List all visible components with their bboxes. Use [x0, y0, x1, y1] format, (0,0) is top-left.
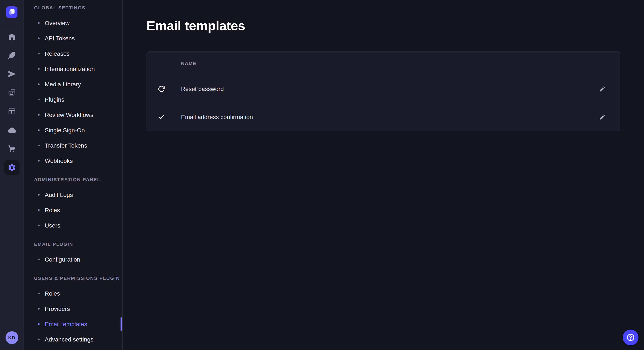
- strapi-admin-app: KD GLOBAL SETTINGSOverviewAPI TokensRele…: [0, 0, 644, 350]
- settings-nav-item-advanced-settings[interactable]: Advanced settings: [24, 332, 122, 347]
- settings-nav-item-users[interactable]: Users: [24, 218, 122, 233]
- bullet-icon: [38, 68, 40, 70]
- template-name: Email address confirmation: [181, 114, 585, 120]
- cloud-icon: [8, 126, 16, 134]
- bullet-icon: [38, 22, 40, 24]
- active-indicator: [120, 317, 122, 331]
- help-button[interactable]: [623, 330, 638, 345]
- nav-item-label: Audit Logs: [45, 191, 73, 198]
- nav-item-label: Review Workflows: [45, 111, 93, 118]
- bullet-icon: [38, 224, 40, 226]
- table-row-email-address-confirmation[interactable]: Email address confirmation: [147, 103, 620, 131]
- media-library-icon: [8, 88, 16, 97]
- media-library-nav-button[interactable]: [4, 85, 20, 100]
- settings-subnav-sections: GLOBAL SETTINGSOverviewAPI TokensRelease…: [24, 5, 122, 347]
- layout-icon: [8, 107, 16, 116]
- settings-nav-item-configuration[interactable]: Configuration: [24, 252, 122, 267]
- main-nav-rail: KD: [0, 0, 24, 350]
- check-icon: [158, 113, 165, 121]
- section-label: EMAIL PLUGIN: [34, 242, 112, 247]
- refresh-icon: [158, 85, 165, 93]
- settings-nav-item-internationalization[interactable]: Internationalization: [24, 61, 122, 77]
- bullet-icon: [38, 53, 40, 54]
- nav-item-label: Roles: [45, 290, 60, 297]
- section-label: ADMINISTRATION PANEL: [34, 177, 112, 182]
- home-nav-button[interactable]: [4, 29, 20, 44]
- pencil-icon: [599, 85, 606, 92]
- settings-subnav: GLOBAL SETTINGSOverviewAPI TokensRelease…: [24, 0, 123, 350]
- pencil-icon: [599, 114, 606, 120]
- bullet-icon: [38, 194, 40, 196]
- settings-nav-item-roles[interactable]: Roles: [24, 286, 122, 301]
- user-avatar[interactable]: KD: [5, 331, 18, 344]
- layout-nav-button[interactable]: [4, 104, 20, 119]
- nav-section-email-plugin: EMAIL PLUGINConfiguration: [24, 242, 122, 267]
- nav-item-label: Roles: [45, 207, 60, 213]
- bullet-icon: [38, 114, 40, 116]
- edit-button[interactable]: [596, 110, 609, 124]
- bullet-icon: [38, 259, 40, 260]
- strapi-logo-icon: [7, 8, 16, 16]
- nav-section-administration-panel: ADMINISTRATION PANELAudit LogsRolesUsers: [24, 177, 122, 233]
- settings-nav-item-providers[interactable]: Providers: [24, 301, 122, 316]
- cart-nav-button[interactable]: [4, 141, 20, 157]
- home-icon: [8, 32, 16, 41]
- email-templates-table: NAME Reset passwordEmail address confirm…: [146, 51, 620, 131]
- nav-item-label: Users: [45, 222, 60, 229]
- bullet-icon: [38, 339, 40, 340]
- bullet-icon: [38, 99, 40, 100]
- header-icon-spacer: [158, 59, 165, 67]
- bullet-icon: [38, 37, 40, 39]
- cloud-nav-button[interactable]: [4, 123, 20, 138]
- nav-section-global-settings: GLOBAL SETTINGSOverviewAPI TokensRelease…: [24, 5, 122, 169]
- nav-item-label: Providers: [45, 305, 70, 312]
- settings-nav-item-email-templates[interactable]: Email templates: [24, 316, 122, 332]
- settings-nav-item-audit-logs[interactable]: Audit Logs: [24, 187, 122, 202]
- feather-icon: [8, 51, 16, 59]
- template-name: Reset password: [181, 85, 585, 92]
- settings-nav-item-plugins[interactable]: Plugins: [24, 92, 122, 107]
- bullet-icon: [38, 129, 40, 131]
- bullet-icon: [38, 293, 40, 294]
- table-header-row: NAME: [147, 52, 620, 75]
- settings-nav-item-webhooks[interactable]: Webhooks: [24, 153, 122, 169]
- nav-item-label: Webhooks: [45, 157, 73, 164]
- nav-item-label: Single Sign-On: [45, 127, 85, 134]
- bullet-icon: [38, 160, 40, 162]
- column-header-name: NAME: [181, 61, 585, 66]
- settings-nav-item-review-workflows[interactable]: Review Workflows: [24, 107, 122, 123]
- settings-nav-item-single-sign-on[interactable]: Single Sign-On: [24, 123, 122, 138]
- bullet-icon: [38, 209, 40, 211]
- nav-item-label: Transfer Tokens: [45, 142, 87, 149]
- settings-nav-item-transfer-tokens[interactable]: Transfer Tokens: [24, 138, 122, 153]
- section-label: GLOBAL SETTINGS: [34, 5, 112, 10]
- question-mark-icon: [626, 333, 635, 342]
- nav-section-users-permissions-plugin: USERS & PERMISSIONS PLUGINRolesProviders…: [24, 276, 122, 347]
- cart-icon: [8, 145, 16, 153]
- table-body: Reset passwordEmail address confirmation: [147, 75, 620, 131]
- strapi-logo[interactable]: [6, 6, 18, 18]
- bullet-icon: [38, 308, 40, 310]
- rail-divider: [0, 24, 24, 24]
- settings-nav-item-media-library[interactable]: Media Library: [24, 77, 122, 92]
- gear-nav-button[interactable]: [4, 160, 20, 175]
- nav-item-label: Media Library: [45, 81, 81, 88]
- main-content: Email templates NAME Reset passwordEmail…: [123, 0, 644, 350]
- nav-item-label: Configuration: [45, 256, 80, 263]
- settings-nav-item-releases[interactable]: Releases: [24, 46, 122, 61]
- table-row-reset-password[interactable]: Reset password: [147, 75, 620, 103]
- bullet-icon: [38, 323, 40, 325]
- paper-plane-icon: [8, 70, 16, 78]
- nav-item-label: Plugins: [45, 96, 64, 103]
- settings-nav-item-overview[interactable]: Overview: [24, 15, 122, 31]
- feather-nav-button[interactable]: [4, 48, 20, 63]
- page-title: Email templates: [146, 17, 620, 35]
- settings-nav-item-roles[interactable]: Roles: [24, 202, 122, 218]
- settings-nav-item-api-tokens[interactable]: API Tokens: [24, 31, 122, 46]
- nav-item-label: Advanced settings: [45, 336, 94, 343]
- bullet-icon: [38, 145, 40, 146]
- edit-button[interactable]: [596, 82, 609, 96]
- nav-item-label: Overview: [45, 19, 70, 26]
- paper-plane-nav-button[interactable]: [4, 66, 20, 82]
- nav-item-label: Releases: [45, 50, 70, 57]
